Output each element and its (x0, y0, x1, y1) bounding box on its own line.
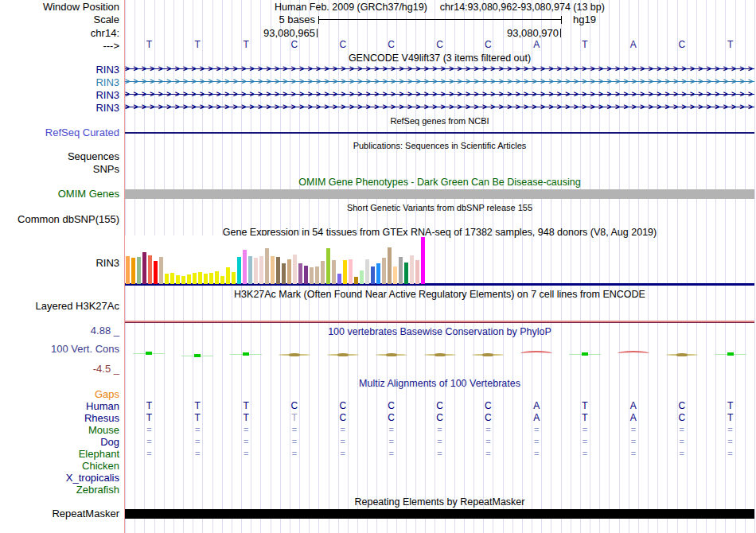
gtex-expression-bar[interactable] (404, 263, 408, 284)
gencode-transcript[interactable]: >>>>>>>>>>>>>>>>>>>>>>>>>>>>>>>>>>>>>>>>… (125, 103, 754, 112)
gtex-expression-bar[interactable] (421, 237, 425, 284)
gtex-expression-bar[interactable] (243, 250, 247, 284)
gtex-expression-bar[interactable] (170, 273, 174, 284)
gencode-transcript-label[interactable]: RIN3 (0, 77, 119, 88)
gtex-expression-bar[interactable] (209, 273, 213, 284)
gtex-expression-bar[interactable] (393, 266, 397, 284)
gtex-expression-bar[interactable] (360, 270, 364, 284)
gtex-expression-bar[interactable] (193, 273, 197, 284)
gtex-expression-bar[interactable] (271, 256, 275, 284)
gtex-expression-bar[interactable] (376, 263, 380, 284)
gtex-expression-bar[interactable] (137, 257, 141, 284)
refseq-curated-line[interactable] (125, 132, 754, 134)
repeatmasker-track-title[interactable]: Repeating Elements by RepeatMasker (125, 496, 754, 508)
gtex-expression-bar[interactable] (382, 258, 386, 284)
gtex-expression-bar[interactable] (337, 274, 341, 284)
gtex-expression-bar[interactable] (187, 274, 191, 284)
omim-gene-bar[interactable] (125, 189, 754, 199)
multiz-track-title[interactable]: Multiz Alignments of 100 Vertebrates (125, 378, 754, 389)
gtex-expression-bar[interactable] (388, 247, 392, 284)
sequences-label[interactable]: Sequences (0, 151, 119, 162)
alignment-base: C (415, 413, 464, 423)
species-label-mouse[interactable]: Mouse (0, 425, 119, 436)
phylop-positive-peak (727, 352, 734, 356)
gtex-expression-bar[interactable] (198, 272, 202, 284)
gtex-expression-bar[interactable] (326, 248, 330, 284)
gencode-transcript-label[interactable]: RIN3 (0, 64, 119, 76)
refseq-curated-label[interactable]: RefSeq Curated (0, 127, 119, 138)
gtex-expression-bar[interactable] (349, 259, 353, 284)
repeat-element-bar[interactable] (125, 509, 754, 519)
gtex-expression-bar[interactable] (165, 274, 169, 284)
layered-h3k27ac-label[interactable]: Layered H3K27Ac (0, 301, 119, 312)
gtex-expression-bar[interactable] (293, 255, 297, 284)
species-label-dog[interactable]: Dog (0, 437, 119, 448)
publications-track-title[interactable]: Publications: Sequences in Scientific Ar… (125, 140, 754, 151)
common-dbsnp-label[interactable]: Common dbSNP(155) (0, 214, 119, 225)
gtex-expression-bar[interactable] (142, 252, 146, 284)
refseq-track-title[interactable]: RefSeq genes from NCBI (125, 115, 754, 126)
gtex-expression-bar[interactable] (220, 276, 224, 284)
gtex-expression-bar[interactable] (410, 255, 414, 284)
gtex-expression-bar[interactable] (287, 259, 291, 284)
species-label-chicken[interactable]: Chicken (0, 461, 119, 472)
gtex-expression-bar[interactable] (399, 257, 403, 284)
gtex-expression-bar[interactable] (232, 272, 236, 284)
gtex-expression-bar[interactable] (226, 267, 230, 284)
gtex-expression-bar[interactable] (237, 257, 241, 284)
gtex-expression-bar[interactable] (159, 257, 163, 284)
alignment-gap-mark: = (125, 437, 173, 447)
gencode-transcript[interactable]: >>>>>>>>>>>>>>>>>>>>>>>>>>>>>>>>>>>>>>>>… (125, 77, 754, 87)
gtex-expression-bar[interactable] (282, 263, 286, 284)
gtex-expression-bar[interactable] (204, 274, 208, 284)
gtex-expression-bar[interactable] (254, 258, 258, 284)
snps-label[interactable]: SNPs (0, 164, 119, 175)
gtex-expression-bar[interactable] (332, 260, 336, 284)
gencode-transcript[interactable]: >>>>>>>>>>>>>>>>>>>>>>>>>>>>>>>>>>>>>>>>… (125, 64, 754, 74)
phylop-track-title[interactable]: 100 vertebrates Basewise Conservation by… (125, 326, 754, 337)
gtex-expression-bar[interactable] (321, 261, 325, 284)
alignment-gap-mark: = (609, 437, 657, 447)
phylop-track-label[interactable]: 100 Vert. Cons (0, 344, 119, 355)
gencode-track-title[interactable]: GENCODE V49lift37 (3 items filtered out) (125, 53, 754, 64)
chromosome-label: chr14: (0, 28, 119, 39)
h3k27ac-track-title[interactable]: H3K27Ac Mark (Often Found Near Active Re… (125, 289, 754, 300)
species-label-zebrafish[interactable]: Zebrafish (0, 484, 119, 496)
species-label-human[interactable]: Human (0, 401, 119, 412)
gtex-expression-bar[interactable] (265, 248, 269, 284)
phylop-negative-core (435, 353, 446, 356)
species-label-x_tropicalis[interactable]: X_tropicalis (0, 473, 119, 484)
gtex-expression-bar[interactable] (181, 276, 185, 284)
species-label-gaps[interactable]: Gaps (0, 389, 119, 400)
gtex-expression-bar[interactable] (154, 261, 158, 284)
gencode-transcript-label[interactable]: RIN3 (0, 90, 119, 101)
gtex-expression-bar[interactable] (131, 258, 135, 284)
gtex-expression-bar[interactable] (415, 260, 419, 284)
dbsnp-track-title[interactable]: Short Genetic Variants from dbSNP releas… (125, 202, 754, 213)
gtex-gene-label[interactable]: RIN3 (0, 258, 119, 269)
gencode-transcript[interactable]: >>>>>>>>>>>>>>>>>>>>>>>>>>>>>>>>>>>>>>>>… (125, 90, 754, 99)
species-label-rhesus[interactable]: Rhesus (0, 413, 119, 424)
gtex-expression-bar[interactable] (371, 266, 375, 284)
gtex-expression-bar[interactable] (298, 263, 302, 284)
gencode-transcript-label[interactable]: RIN3 (0, 103, 119, 114)
gtex-expression-bar[interactable] (126, 256, 130, 284)
gtex-expression-bar[interactable] (259, 256, 263, 284)
gtex-expression-bar[interactable] (276, 257, 280, 284)
gtex-expression-bar[interactable] (148, 255, 152, 284)
gtex-expression-bar[interactable] (248, 256, 252, 284)
gtex-expression-bar[interactable] (315, 266, 319, 284)
gtex-expression-bar[interactable] (365, 259, 369, 284)
omim-genes-label[interactable]: OMIM Genes (0, 189, 119, 200)
gtex-expression-bar[interactable] (304, 266, 308, 284)
gtex-expression-bar[interactable] (354, 277, 358, 284)
repeatmasker-label[interactable]: RepeatMasker (0, 508, 119, 519)
gtex-expression-bar[interactable] (343, 260, 347, 284)
gtex-expression-bar[interactable] (176, 275, 180, 284)
gtex-expression-bar[interactable] (310, 267, 314, 284)
omim-track-title[interactable]: OMIM Gene Phenotypes - Dark Green Can Be… (125, 177, 754, 188)
gtex-expression-bar[interactable] (215, 271, 219, 284)
coordinate-left: 93,080,965 (238, 28, 315, 39)
transcript-direction-arrows: >>>>>>>>>>>>>>>>>>>>>>>>>>>>>>>>>>>>>>>>… (125, 64, 754, 73)
species-label-elephant[interactable]: Elephant (0, 449, 119, 460)
